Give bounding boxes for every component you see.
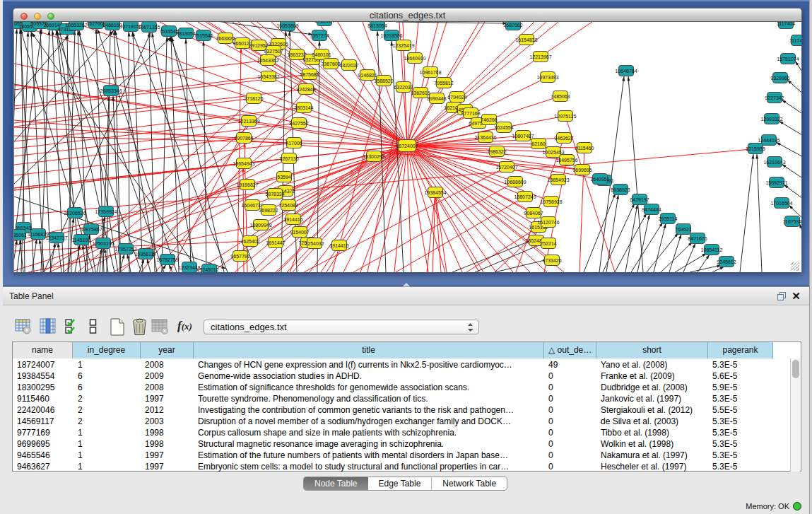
svg-text:17016504: 17016504: [770, 201, 792, 206]
svg-text:12323448: 12323448: [178, 265, 200, 270]
svg-text:20053346: 20053346: [100, 88, 122, 93]
svg-text:16210643: 16210643: [763, 160, 785, 165]
svg-text:2803144: 2803144: [294, 105, 313, 110]
svg-text:12325419: 12325419: [392, 43, 414, 48]
svg-text:6322037: 6322037: [339, 63, 358, 68]
svg-text:1907864: 1907864: [234, 136, 253, 141]
svg-text:835061: 835061: [14, 233, 27, 238]
svg-text:6479197: 6479197: [630, 197, 649, 202]
svg-text:12213369: 12213369: [237, 119, 259, 124]
svg-text:1145193: 1145193: [72, 238, 91, 243]
svg-text:20206536: 20206536: [64, 211, 86, 216]
svg-text:10973493: 10973493: [536, 75, 558, 80]
svg-text:6322037: 6322037: [394, 85, 413, 90]
svg-text:2367608: 2367608: [321, 62, 340, 66]
svg-text:12444195: 12444195: [758, 138, 779, 143]
svg-text:1362615: 1362615: [411, 90, 430, 95]
svg-text:8990448: 8990448: [427, 96, 446, 101]
svg-text:5878334: 5878334: [265, 192, 284, 197]
svg-text:8471676: 8471676: [688, 236, 707, 241]
svg-text:3267130: 3267130: [279, 156, 298, 161]
svg-text:12503135: 12503135: [92, 241, 114, 246]
svg-text:18300295: 18300295: [363, 154, 384, 159]
svg-text:9474444: 9474444: [642, 207, 661, 212]
svg-text:1691447: 1691447: [266, 240, 285, 245]
svg-text:9657791: 9657791: [230, 254, 249, 259]
svg-text:8712004: 8712004: [314, 22, 334, 23]
svg-text:5460101: 5460101: [312, 52, 331, 57]
svg-text:16053809: 16053809: [276, 23, 298, 28]
svg-text:16154838: 16154838: [515, 37, 537, 42]
svg-text:7357274: 7357274: [310, 33, 329, 38]
svg-text:9327507: 9327507: [264, 49, 283, 54]
svg-text:1117404: 1117404: [777, 22, 795, 26]
svg-text:19166827: 19166827: [236, 182, 258, 187]
svg-text:19654943: 19654943: [233, 161, 254, 166]
svg-text:7986322: 7986322: [487, 149, 506, 154]
svg-text:18640910: 18640910: [404, 56, 425, 61]
svg-text:7254032: 7254032: [305, 241, 324, 246]
svg-text:9777169: 9777169: [461, 111, 480, 116]
svg-text:10807487: 10807487: [512, 134, 534, 139]
svg-text:763621: 763621: [675, 227, 691, 232]
svg-text:62160: 62160: [531, 141, 546, 146]
svg-text:12213967: 12213967: [529, 54, 551, 59]
svg-text:7485063: 7485063: [551, 94, 570, 99]
svg-text:10671355: 10671355: [138, 25, 160, 30]
svg-text:10688609: 10688609: [504, 180, 526, 185]
svg-text:15692971: 15692971: [765, 180, 787, 185]
svg-text:9227342: 9227342: [765, 95, 784, 100]
svg-text:18495756: 18495756: [555, 158, 577, 163]
svg-text:9115460: 9115460: [575, 146, 594, 151]
svg-text:1640951: 1640951: [590, 177, 609, 182]
svg-text:9084067: 9084067: [524, 211, 543, 216]
svg-text:9242848: 9242848: [296, 87, 315, 92]
svg-text:2687662: 2687662: [503, 23, 522, 28]
svg-text:8813054: 8813054: [367, 23, 387, 28]
svg-text:13654923: 13654923: [547, 177, 569, 182]
svg-text:19756928: 19756928: [540, 199, 562, 204]
svg-text:6794024: 6794024: [447, 95, 466, 100]
svg-text:16782759: 16782759: [156, 257, 178, 262]
svg-text:8813054: 8813054: [176, 31, 195, 36]
svg-text:10961768: 10961768: [419, 70, 441, 75]
svg-text:53594: 53594: [277, 175, 291, 180]
svg-text:21364436: 21364436: [474, 135, 496, 140]
svg-text:30975867: 30975867: [80, 227, 102, 232]
svg-text:10025453: 10025453: [542, 150, 564, 155]
svg-text:3215958: 3215958: [746, 146, 765, 151]
svg-text:746266: 746266: [481, 117, 497, 122]
svg-text:7955812: 7955812: [434, 81, 453, 86]
svg-text:9146821: 9146821: [358, 73, 377, 78]
svg-text:1914415: 1914415: [283, 217, 302, 222]
svg-text:9154007: 9154007: [290, 230, 309, 235]
svg-text:9463627: 9463627: [554, 136, 573, 141]
svg-text:16809948: 16809948: [249, 223, 271, 228]
svg-text:19218506: 19218506: [380, 33, 402, 38]
svg-text:1117404: 1117404: [789, 38, 801, 43]
svg-text:252214: 252214: [540, 241, 556, 246]
svg-text:15751074: 15751074: [777, 57, 799, 62]
svg-text:9245612: 9245612: [717, 259, 736, 264]
svg-text:16543382: 16543382: [257, 74, 279, 79]
svg-text:15720407: 15720407: [495, 165, 517, 170]
svg-text:7254082: 7254082: [278, 203, 298, 208]
svg-text:7515546: 7515546: [194, 33, 213, 38]
svg-text:8912954: 8912954: [249, 43, 268, 48]
svg-text:12342737: 12342737: [45, 235, 67, 240]
svg-text:16543362: 16543362: [257, 58, 278, 63]
svg-text:16046738: 16046738: [241, 203, 263, 208]
svg-text:12093322: 12093322: [760, 117, 782, 122]
svg-text:7663822: 7663822: [216, 36, 235, 41]
svg-text:10653267: 10653267: [65, 23, 87, 28]
svg-text:417006: 417006: [286, 141, 302, 146]
svg-text:16120746: 16120746: [537, 220, 559, 225]
svg-text:3698222: 3698222: [259, 208, 278, 213]
svg-text:1914415: 1914415: [329, 243, 348, 248]
svg-text:1588520: 1588520: [374, 78, 393, 83]
svg-text:17359924: 17359924: [95, 209, 117, 214]
svg-text:18807249: 18807249: [514, 194, 536, 199]
svg-text:9329966: 9329966: [770, 76, 789, 81]
svg-text:1863230: 1863230: [287, 52, 306, 57]
svg-text:10654112: 10654112: [701, 247, 723, 252]
